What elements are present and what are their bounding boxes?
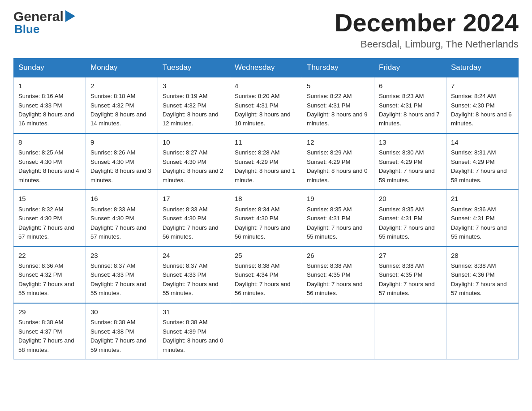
day-number: 31 [163,307,225,317]
calendar-cell: 20 Sunrise: 8:35 AMSunset: 4:31 PMDaylig… [374,190,446,246]
day-number: 8 [18,137,81,148]
day-number: 18 [235,194,297,204]
day-number: 23 [90,251,153,261]
calendar-cell: 5 Sunrise: 8:22 AMSunset: 4:31 PMDayligh… [302,77,374,133]
day-number: 15 [18,194,81,204]
day-number: 2 [90,81,153,91]
calendar-cell: 17 Sunrise: 8:33 AMSunset: 4:30 PMDaylig… [158,190,230,246]
calendar-cell: 15 Sunrise: 8:32 AMSunset: 4:30 PMDaylig… [14,190,86,246]
day-number: 5 [307,81,369,91]
day-number: 11 [235,137,297,148]
calendar-cell: 28 Sunrise: 8:38 AMSunset: 4:36 PMDaylig… [446,247,519,303]
day-info: Sunrise: 8:16 AMSunset: 4:33 PMDaylight:… [18,93,74,127]
calendar-cell: 11 Sunrise: 8:28 AMSunset: 4:29 PMDaylig… [230,133,302,190]
day-number: 10 [163,137,225,148]
calendar-cell: 3 Sunrise: 8:19 AMSunset: 4:32 PMDayligh… [158,77,230,133]
day-number: 20 [379,194,442,204]
day-info: Sunrise: 8:36 AMSunset: 4:32 PMDaylight:… [18,262,74,296]
day-number: 28 [451,251,514,261]
title-area: December 2024 Beersdal, Limburg, The Net… [335,9,519,50]
calendar-week-row: 1 Sunrise: 8:16 AMSunset: 4:33 PMDayligh… [14,77,519,133]
logo-blue-text: Blue [14,22,39,36]
calendar-cell: 29 Sunrise: 8:38 AMSunset: 4:37 PMDaylig… [14,303,86,360]
page-header: General Blue December 2024 Beersdal, Lim… [13,9,519,50]
logo-general-text: General [13,9,64,24]
col-wednesday: Wednesday [230,58,302,77]
day-number: 6 [379,81,442,91]
calendar-week-row: 29 Sunrise: 8:38 AMSunset: 4:37 PMDaylig… [14,303,519,360]
calendar-cell: 13 Sunrise: 8:30 AMSunset: 4:29 PMDaylig… [374,133,446,190]
day-info: Sunrise: 8:27 AMSunset: 4:30 PMDaylight:… [163,149,223,183]
day-number: 19 [307,194,369,204]
day-info: Sunrise: 8:18 AMSunset: 4:32 PMDaylight:… [90,93,146,127]
calendar-cell: 30 Sunrise: 8:38 AMSunset: 4:38 PMDaylig… [86,303,158,360]
day-number: 7 [451,81,514,91]
calendar-cell: 16 Sunrise: 8:33 AMSunset: 4:30 PMDaylig… [86,190,158,246]
col-monday: Monday [86,58,158,77]
day-number: 26 [307,251,369,261]
day-info: Sunrise: 8:20 AMSunset: 4:31 PMDaylight:… [235,93,291,127]
day-info: Sunrise: 8:19 AMSunset: 4:32 PMDaylight:… [163,93,219,127]
day-info: Sunrise: 8:23 AMSunset: 4:31 PMDaylight:… [379,93,440,127]
day-number: 17 [163,194,225,204]
day-info: Sunrise: 8:24 AMSunset: 4:30 PMDaylight:… [451,93,512,127]
day-number: 16 [90,194,153,204]
day-info: Sunrise: 8:37 AMSunset: 4:33 PMDaylight:… [163,262,219,296]
day-info: Sunrise: 8:38 AMSunset: 4:35 PMDaylight:… [379,262,435,296]
day-number: 24 [163,251,225,261]
calendar-cell: 18 Sunrise: 8:34 AMSunset: 4:30 PMDaylig… [230,190,302,246]
day-number: 4 [235,81,297,91]
logo: General Blue [13,9,75,36]
logo-arrow-icon [65,10,75,22]
calendar-cell: 31 Sunrise: 8:38 AMSunset: 4:39 PMDaylig… [158,303,230,360]
day-number: 27 [379,251,442,261]
calendar-cell: 19 Sunrise: 8:35 AMSunset: 4:31 PMDaylig… [302,190,374,246]
calendar-week-row: 8 Sunrise: 8:25 AMSunset: 4:30 PMDayligh… [14,133,519,190]
day-info: Sunrise: 8:36 AMSunset: 4:31 PMDaylight:… [451,206,507,240]
day-number: 1 [18,81,81,91]
day-number: 3 [163,81,225,91]
day-info: Sunrise: 8:38 AMSunset: 4:38 PMDaylight:… [90,319,146,353]
col-friday: Friday [374,58,446,77]
calendar-cell: 27 Sunrise: 8:38 AMSunset: 4:35 PMDaylig… [374,247,446,303]
calendar-cell: 12 Sunrise: 8:29 AMSunset: 4:29 PMDaylig… [302,133,374,190]
day-info: Sunrise: 8:32 AMSunset: 4:30 PMDaylight:… [18,206,74,240]
day-info: Sunrise: 8:33 AMSunset: 4:30 PMDaylight:… [163,206,219,240]
day-info: Sunrise: 8:35 AMSunset: 4:31 PMDaylight:… [307,206,363,240]
calendar-cell [446,303,519,360]
calendar-table: Sunday Monday Tuesday Wednesday Thursday… [13,58,519,360]
day-info: Sunrise: 8:26 AMSunset: 4:30 PMDaylight:… [90,149,151,183]
day-info: Sunrise: 8:38 AMSunset: 4:36 PMDaylight:… [451,262,507,296]
day-number: 12 [307,137,369,148]
day-number: 29 [18,307,81,317]
day-info: Sunrise: 8:38 AMSunset: 4:39 PMDaylight:… [163,319,223,353]
day-info: Sunrise: 8:25 AMSunset: 4:30 PMDaylight:… [18,149,79,183]
day-info: Sunrise: 8:37 AMSunset: 4:33 PMDaylight:… [90,262,146,296]
calendar-cell: 23 Sunrise: 8:37 AMSunset: 4:33 PMDaylig… [86,247,158,303]
calendar-cell [374,303,446,360]
day-number: 30 [90,307,153,317]
calendar-header-row: Sunday Monday Tuesday Wednesday Thursday… [14,58,519,77]
svg-marker-0 [65,10,75,22]
day-info: Sunrise: 8:30 AMSunset: 4:29 PMDaylight:… [379,149,435,183]
col-sunday: Sunday [14,58,86,77]
day-number: 22 [18,251,81,261]
day-info: Sunrise: 8:34 AMSunset: 4:30 PMDaylight:… [235,206,291,240]
col-tuesday: Tuesday [158,58,230,77]
location-subtitle: Beersdal, Limburg, The Netherlands [335,39,519,50]
calendar-cell: 1 Sunrise: 8:16 AMSunset: 4:33 PMDayligh… [14,77,86,133]
day-number: 14 [451,137,514,148]
calendar-week-row: 22 Sunrise: 8:36 AMSunset: 4:32 PMDaylig… [14,247,519,303]
day-info: Sunrise: 8:33 AMSunset: 4:30 PMDaylight:… [90,206,146,240]
calendar-cell [230,303,302,360]
calendar-cell: 22 Sunrise: 8:36 AMSunset: 4:32 PMDaylig… [14,247,86,303]
day-info: Sunrise: 8:38 AMSunset: 4:35 PMDaylight:… [307,262,363,296]
day-info: Sunrise: 8:35 AMSunset: 4:31 PMDaylight:… [379,206,435,240]
calendar-cell: 7 Sunrise: 8:24 AMSunset: 4:30 PMDayligh… [446,77,519,133]
calendar-cell: 6 Sunrise: 8:23 AMSunset: 4:31 PMDayligh… [374,77,446,133]
day-info: Sunrise: 8:38 AMSunset: 4:37 PMDaylight:… [18,319,74,353]
calendar-cell: 14 Sunrise: 8:31 AMSunset: 4:29 PMDaylig… [446,133,519,190]
day-info: Sunrise: 8:22 AMSunset: 4:31 PMDaylight:… [307,93,368,127]
calendar-cell: 8 Sunrise: 8:25 AMSunset: 4:30 PMDayligh… [14,133,86,190]
calendar-cell: 21 Sunrise: 8:36 AMSunset: 4:31 PMDaylig… [446,190,519,246]
